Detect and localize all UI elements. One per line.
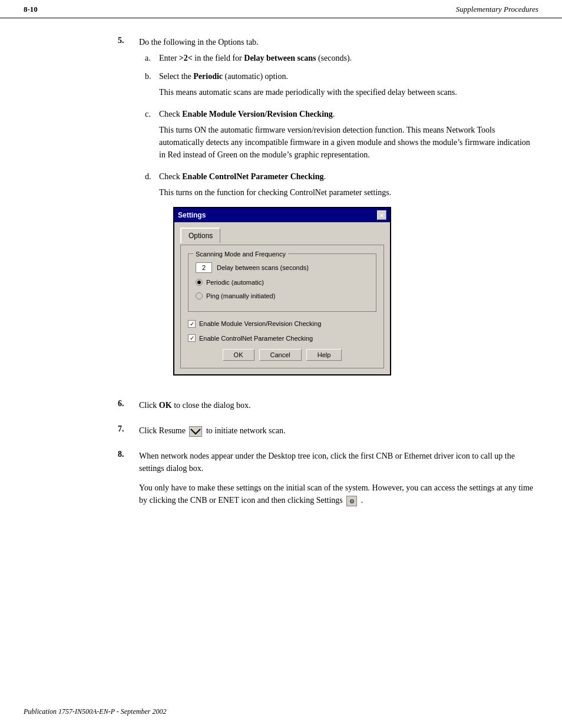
checkbox-controlnet[interactable]: ✓ <box>188 334 196 342</box>
step-5a-content: Enter >2< in the field for Delay between… <box>159 52 538 64</box>
scanning-group-label: Scanning Mode and Frequency <box>193 249 288 259</box>
step-7-content: Click Resume to initiate network scan. <box>139 424 538 440</box>
dialog-titlebar: Settings × <box>174 208 390 222</box>
dialog-body: Options Scanning Mode and Frequency <box>174 222 390 374</box>
delay-row: Delay between scans (seconds) <box>196 262 369 273</box>
step-5a-label: a. <box>145 52 159 64</box>
step-6-content: Click OK to close the dialog box. <box>139 399 538 415</box>
step-5d-bold: Enable ControlNet Parameter Checking <box>182 172 323 181</box>
step-5c-bold: Enable Module Version/Revision Checking <box>182 110 333 118</box>
help-button[interactable]: Help <box>306 349 342 361</box>
settings-gear-icon-inline: ⚙ <box>346 496 357 506</box>
tab-options[interactable]: Options <box>180 228 220 243</box>
step-8-content: When network nodes appear under the Desk… <box>139 450 538 510</box>
resume-icon <box>189 426 202 437</box>
step-5d-content: Check Enable ControlNet Parameter Checki… <box>159 170 538 384</box>
step-5d-label: d. <box>145 170 159 384</box>
step-5a: a. Enter >2< in the field for Delay betw… <box>145 52 538 64</box>
delay-label: Delay between scans (seconds) <box>217 263 309 273</box>
publication-info: Publication 1757-IN500A-EN-P - September… <box>24 707 166 716</box>
step-7-number: 7. <box>118 424 139 440</box>
step-5c: c. Check Enable Module Version/Revision … <box>145 108 538 164</box>
radio-ping-label: Ping (manually initiated) <box>206 291 275 301</box>
step-8-number: 8. <box>118 450 139 510</box>
dialog-buttons: OK Cancel Help <box>188 349 376 361</box>
step-5c-label: c. <box>145 108 159 164</box>
dialog-tabs: Options <box>180 227 384 242</box>
step-5-intro: Do the following in the Options tab. <box>139 36 538 48</box>
step-5: 5. Do the following in the Options tab. … <box>118 36 538 390</box>
page-number: 8-10 <box>24 5 38 14</box>
step-7-text: Click Resume to initiate network scan. <box>139 424 538 437</box>
step-5b: b. Select the Periodic (automatic) optio… <box>145 70 538 102</box>
checkbox-version-label: Enable Module Version/Revision Checking <box>199 319 321 329</box>
delay-input[interactable] <box>196 262 212 273</box>
step-5c-content: Check Enable Module Version/Revision Che… <box>159 108 538 164</box>
step-5b-note: This means automatic scans are made peri… <box>159 86 538 98</box>
radio-periodic-label: Periodic (automatic) <box>206 278 264 288</box>
page-footer: Publication 1757-IN500A-EN-P - September… <box>24 707 166 716</box>
dialog-wrapper: Settings × Options <box>173 207 538 375</box>
step-6-bold: OK <box>159 401 172 410</box>
step-5d: d. Check Enable ControlNet Parameter Che… <box>145 170 538 384</box>
radio-ping[interactable] <box>196 292 203 299</box>
page-section: Supplementary Procedures <box>456 5 538 14</box>
step-5b-label: b. <box>145 70 159 102</box>
radio-periodic-row[interactable]: Periodic (automatic) <box>196 278 369 288</box>
checkbox-version-row[interactable]: ✓ Enable Module Version/Revision Checkin… <box>188 319 376 329</box>
page-content: 5. Do the following in the Options tab. … <box>0 18 562 537</box>
radio-ping-row[interactable]: Ping (manually initiated) <box>196 291 369 301</box>
step-5a-bold2: Delay between scans <box>244 54 316 62</box>
scanning-group: Scanning Mode and Frequency Delay betwee… <box>188 253 376 312</box>
dialog-title: Settings <box>178 210 206 220</box>
step-6: 6. Click OK to close the dialog box. <box>118 399 538 415</box>
checkbox-controlnet-label: Enable ControlNet Parameter Checking <box>199 334 313 344</box>
step-5-number: 5. <box>118 36 139 390</box>
ok-button[interactable]: OK <box>223 349 254 361</box>
step-8-note: You only have to make these settings on … <box>139 482 538 506</box>
step-5b-bold: Periodic <box>193 72 223 81</box>
step-5-content: Do the following in the Options tab. a. … <box>139 36 538 390</box>
dialog-panel: Scanning Mode and Frequency Delay betwee… <box>180 245 384 368</box>
step-5a-bold1: >2< <box>179 54 193 62</box>
step-8: 8. When network nodes appear under the D… <box>118 450 538 510</box>
step-5-sublist: a. Enter >2< in the field for Delay betw… <box>145 52 538 384</box>
page-header: 8-10 Supplementary Procedures <box>0 0 562 18</box>
checkbox-controlnet-row[interactable]: ✓ Enable ControlNet Parameter Checking <box>188 334 376 344</box>
step-6-text: Click OK to close the dialog box. <box>139 399 538 411</box>
step-5d-note: This turns on the function for checking … <box>159 186 538 199</box>
step-6-number: 6. <box>118 399 139 415</box>
step-5c-note: This turns ON the automatic firmware ver… <box>159 124 538 161</box>
step-7: 7. Click Resume to initiate network scan… <box>118 424 538 440</box>
dialog-close-button[interactable]: × <box>377 210 386 220</box>
step-8-line1: When network nodes appear under the Desk… <box>139 450 538 475</box>
checkbox-version[interactable]: ✓ <box>188 320 196 328</box>
settings-dialog: Settings × Options <box>173 207 391 375</box>
cancel-button[interactable]: Cancel <box>259 349 302 361</box>
radio-periodic[interactable] <box>196 279 203 286</box>
step-5b-content: Select the Periodic (automatic) option. … <box>159 70 538 102</box>
